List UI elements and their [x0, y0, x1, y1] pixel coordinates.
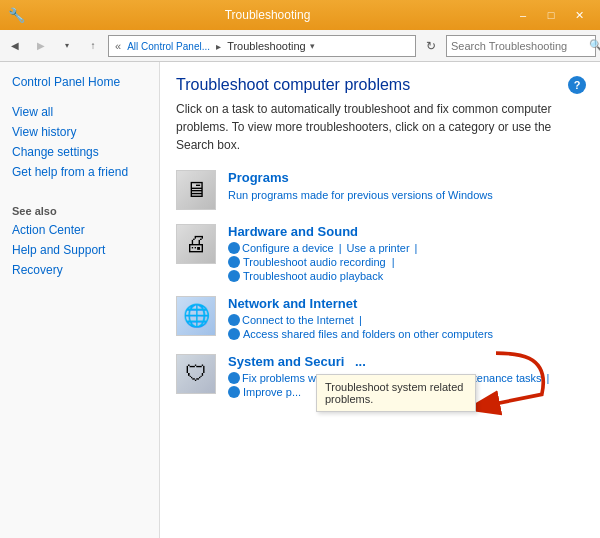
hardware-content: Hardware and Sound Configure a device | …	[228, 224, 584, 282]
minimize-button[interactable]: –	[510, 5, 536, 25]
network-links: Connect to the Internet | Access shared …	[228, 314, 584, 340]
sidebar-control-panel-home[interactable]: Control Panel Home	[0, 72, 159, 92]
gear-icon-configure	[228, 242, 240, 254]
system-icon: 🛡	[176, 354, 216, 394]
network-sublink-0[interactable]: Access shared files and folders on other…	[228, 328, 584, 340]
forward-button[interactable]: ▶	[30, 35, 52, 57]
up-button[interactable]: ↑	[82, 35, 104, 57]
search-input[interactable]	[451, 40, 589, 52]
sidebar-get-help[interactable]: Get help from a friend	[0, 162, 159, 182]
network-icon: 🌐	[176, 296, 216, 336]
category-hardware: 🖨 Hardware and Sound Configure a device …	[176, 224, 584, 282]
separator-1: |	[339, 242, 342, 254]
sidebar-help-support[interactable]: Help and Support	[0, 240, 159, 260]
refresh-button[interactable]: ↻	[420, 35, 442, 57]
sidebar: Control Panel Home View all View history…	[0, 62, 160, 538]
window-title: Troubleshooting	[25, 8, 510, 22]
programs-links: Run programs made for previous versions …	[228, 188, 584, 202]
hardware-sublink-1[interactable]: Troubleshoot audio playback	[228, 270, 584, 282]
programs-title[interactable]: Programs	[228, 170, 584, 185]
gear-icon-windows-update	[228, 372, 240, 384]
address-field[interactable]: « All Control Panel... ▸ Troubleshooting…	[108, 35, 416, 57]
page-description: Click on a task to automatically trouble…	[176, 100, 556, 154]
gear-icon-connect	[228, 314, 240, 326]
address-dropdown-arrow[interactable]: ▾	[306, 41, 319, 51]
hardware-icon: 🖨	[176, 224, 216, 264]
programs-link-0[interactable]: Run programs made for previous versions …	[228, 189, 493, 201]
search-box[interactable]: 🔍	[446, 35, 596, 57]
sidebar-change-settings[interactable]: Change settings	[0, 142, 159, 162]
hardware-links: Configure a device | Use a printer | Tro…	[228, 242, 584, 282]
sidebar-recovery[interactable]: Recovery	[0, 260, 159, 280]
title-bar-left: 🔧	[8, 7, 25, 23]
hardware-sublink-0[interactable]: Troubleshoot audio recording |	[228, 256, 584, 268]
recent-pages-button[interactable]: ▾	[56, 35, 78, 57]
search-icon: 🔍	[589, 39, 600, 52]
programs-content: Programs Run programs made for previous …	[228, 170, 584, 202]
address-text: « All Control Panel... ▸ Troubleshooting	[115, 40, 306, 52]
sidebar-see-also: See also Action Center Help and Support …	[0, 202, 159, 280]
close-button[interactable]: ✕	[566, 5, 592, 25]
separator-2: |	[415, 242, 418, 254]
main-layout: Control Panel Home View all View history…	[0, 62, 600, 538]
page-title: Troubleshoot computer problems	[176, 76, 584, 94]
hardware-link-1[interactable]: Use a printer	[347, 242, 410, 254]
hardware-title[interactable]: Hardware and Sound	[228, 224, 584, 239]
content-area: ? Troubleshoot computer problems Click o…	[160, 62, 600, 538]
address-bar: ◀ ▶ ▾ ↑ « All Control Panel... ▸ Trouble…	[0, 30, 600, 62]
network-title[interactable]: Network and Internet	[228, 296, 584, 311]
help-button[interactable]: ?	[568, 76, 586, 94]
tooltip-text: Troubleshoot system related problems.	[325, 381, 463, 405]
window-icon: 🔧	[8, 7, 25, 23]
sidebar-view-history[interactable]: View history	[0, 122, 159, 142]
title-bar: 🔧 Troubleshooting – □ ✕	[0, 0, 600, 30]
gear-icon-playback	[228, 270, 240, 282]
title-bar-controls: – □ ✕	[510, 5, 592, 25]
programs-icon: 🖥	[176, 170, 216, 210]
maximize-button[interactable]: □	[538, 5, 564, 25]
category-system: 🛡 System and Security... Fix problems wi…	[176, 354, 584, 398]
category-programs: 🖥 Programs Run programs made for previou…	[176, 170, 584, 210]
sidebar-action-center[interactable]: Action Center	[0, 220, 159, 240]
back-button[interactable]: ◀	[4, 35, 26, 57]
sidebar-view-all[interactable]: View all	[0, 102, 159, 122]
gear-icon-improve	[228, 386, 240, 398]
gear-icon-shared	[228, 328, 240, 340]
system-title-truncated: ...	[355, 354, 366, 369]
hardware-link-0[interactable]: Configure a device	[242, 242, 334, 254]
network-link-0[interactable]: Connect to the Internet	[242, 314, 354, 326]
see-also-title: See also	[0, 202, 159, 220]
system-title[interactable]: System and Security...	[228, 354, 584, 369]
tooltip-box: Troubleshoot system related problems.	[316, 374, 476, 412]
gear-icon-audio	[228, 256, 240, 268]
network-content: Network and Internet Connect to the Inte…	[228, 296, 584, 340]
category-network: 🌐 Network and Internet Connect to the In…	[176, 296, 584, 340]
